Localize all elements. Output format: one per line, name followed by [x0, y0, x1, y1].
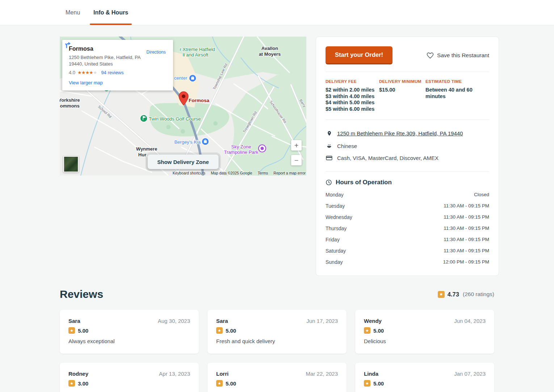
cuisine-row: Chinese — [326, 140, 489, 152]
google-map[interactable]: r Xtreme Hatfield ll and Airsoft Avallon… — [60, 37, 306, 176]
hours-day: Tuesday — [326, 203, 345, 209]
star-icon: ★ — [68, 327, 75, 334]
delivery-fee-line: $4 within 5.00 miles — [326, 100, 379, 106]
clock-icon — [326, 179, 332, 186]
map-poi-shopping-center-icon — [189, 75, 196, 82]
report-map-error-link[interactable]: Report a map error — [273, 171, 306, 175]
heart-icon — [427, 52, 434, 59]
map-poi-kia-icon — [202, 138, 209, 145]
reviews-summary: ★ 4.73 (260 ratings) — [438, 291, 494, 298]
hours-time: 11:30 AM - 09:15 PM — [444, 225, 489, 231]
hours-day: Wednesday — [326, 214, 352, 220]
reviewer-name: Sara — [68, 318, 80, 324]
stars-empty: ★ — [93, 70, 97, 75]
star-icon: ★ — [438, 291, 445, 298]
map-label-wynmere-2: Hur — [138, 152, 146, 157]
delivery-minimum-label: DELIVERY MINIMUM — [379, 79, 425, 84]
reviews-count: (260 ratings) — [463, 291, 494, 298]
review-rating: 3.00 — [78, 380, 88, 387]
hours-row: Saturday11:30 AM - 09:15 PM — [326, 245, 489, 256]
delivery-fee-line: $2 within 2.00 miles — [326, 87, 379, 93]
review-cards-grid: SaraAug 30, 2023 ★5.00 Always exceptiona… — [60, 310, 494, 392]
review-text: Always exceptional — [68, 338, 190, 345]
review-text: Great food, great delivery!! Highly reco… — [364, 391, 486, 392]
hours-day: Monday — [326, 192, 344, 198]
review-card: LindaJan 07, 2023 ★5.00 Great food, grea… — [355, 363, 494, 392]
map-label-yorkshire-1: Yorkshire — [60, 97, 80, 103]
hours-row: Sunday12:00 PM - 09:15 PM — [326, 256, 489, 267]
restaurant-address-link[interactable]: 1250 m Bethlehem Pike Rte.309, Hatfield,… — [337, 130, 463, 136]
stars-filled: ★★★★ — [77, 70, 93, 75]
cuisine-value: Chinese — [337, 143, 357, 149]
directions-button[interactable]: Directions — [145, 46, 167, 86]
show-delivery-zone-button[interactable]: Show Delivery Zone — [147, 155, 219, 169]
address-row: 1250 m Bethlehem Pike Rte.309, Hatfield,… — [326, 127, 489, 140]
tab-info-hours[interactable]: Info & Hours — [93, 0, 128, 25]
estimated-time-value: Between 40 and 60 minutes — [425, 87, 489, 100]
start-order-button[interactable]: Start your Order! — [326, 46, 393, 64]
location-pin-icon — [326, 130, 333, 137]
map-label-center: center — [174, 75, 188, 81]
review-card: RodneyApr 13, 2023 ★3.00 The cheese stea… — [60, 363, 199, 392]
estimated-time-column: ESTIMATED TIME Between 40 and 60 minutes — [425, 79, 489, 112]
map-info-card: Formosa 1250 Bethlehem Pike, Hatfield, P… — [62, 40, 173, 90]
review-date: Mar 22, 2023 — [306, 371, 338, 377]
delivery-minimum-value: $15.00 — [379, 87, 425, 93]
reviewer-name: Sara — [216, 318, 228, 324]
reviewer-name: Rodney — [68, 371, 88, 377]
directions-label: Directions — [145, 50, 167, 55]
view-larger-map-link[interactable]: View larger map — [69, 80, 103, 85]
map-label-golf-course: Twin Woods Golf Course — [149, 116, 201, 122]
map-label-yorkshire-2: Commons — [60, 103, 80, 109]
delivery-minimum-column: DELIVERY MINIMUM $15.00 — [379, 79, 425, 112]
save-restaurant-label: Save this Restaurant — [437, 52, 489, 59]
hours-day: Sunday — [326, 259, 343, 265]
review-date: Jan 07, 2023 — [454, 371, 486, 377]
map-label-xtreme-2: ll and Airsoft — [183, 52, 209, 58]
active-tab-underline — [90, 24, 132, 25]
payments-value: Cash, VISA, MasterCard, Discover, AMEX — [337, 155, 438, 161]
map-card-address-line2: 19440, United States — [69, 61, 113, 67]
terms-link[interactable]: Terms — [258, 171, 268, 175]
review-rating: 5.00 — [373, 328, 384, 334]
review-date: Apr 13, 2023 — [159, 371, 190, 377]
map-card-reviews-link[interactable]: 94 reviews — [101, 70, 123, 75]
star-icon: ★ — [364, 380, 370, 387]
keyboard-shortcuts-link[interactable]: Keyboard shortcuts — [173, 171, 205, 175]
hours-time: 11:30 AM - 09:15 PM — [444, 237, 489, 242]
hours-table: MondayClosed Tuesday11:30 AM - 09:15 PM … — [326, 189, 489, 267]
reviewer-name: Wendy — [364, 318, 382, 324]
delivery-fee-line: $3 within 4.00 miles — [326, 93, 379, 100]
map-zoom-in-button[interactable]: + — [291, 140, 302, 151]
review-text: Fresh and quick delivery — [216, 338, 338, 345]
map-label-wynmere-1: Wynmere — [136, 146, 157, 152]
review-text: Always excellent! Thank you for great fo… — [216, 391, 338, 392]
map-zoom-out-button[interactable]: − — [291, 155, 302, 165]
map-label-avallon-1: Avallon — [261, 46, 278, 51]
hours-row: Tuesday11:30 AM - 09:15 PM — [326, 200, 489, 211]
hours-time: 11:30 AM - 09:15 PM — [444, 248, 489, 253]
star-icon: ★ — [216, 380, 223, 387]
hours-day: Thursday — [326, 225, 347, 231]
delivery-fee-label: DELIVERY FEE — [326, 79, 379, 84]
star-icon: ★ — [364, 327, 370, 334]
star-icon: ★ — [216, 327, 223, 334]
save-restaurant-button[interactable]: Save this Restaurant — [427, 52, 489, 59]
reviewer-name: Lorri — [216, 371, 228, 377]
hours-of-operation-header: Hours of Operation — [326, 179, 489, 186]
divider — [326, 72, 489, 72]
review-rating: 5.00 — [78, 328, 88, 334]
tab-menu-label: Menu — [66, 9, 80, 16]
map-poi-golf-icon — [140, 115, 147, 122]
delivery-fee-line: $5 within 6.00 miles — [326, 106, 379, 113]
review-card: SaraAug 30, 2023 ★5.00 Always exceptiona… — [60, 310, 199, 354]
tab-menu[interactable]: Menu — [66, 0, 80, 25]
hours-row: Wednesday11:30 AM - 09:15 PM — [326, 211, 489, 223]
map-card-rating-row: 4.0 ★★★★★ 94 reviews — [69, 70, 145, 75]
review-card: LorriMar 22, 2023 ★5.00 Always excellent… — [207, 363, 347, 392]
hours-time: 12:00 PM - 09:15 PM — [443, 259, 489, 265]
reviews-section: Reviews ★ 4.73 (260 ratings) SaraAug 30,… — [60, 288, 494, 392]
satellite-minimap[interactable] — [63, 156, 79, 172]
review-date: Jun 17, 2023 — [306, 318, 338, 324]
map-trees — [181, 129, 185, 134]
